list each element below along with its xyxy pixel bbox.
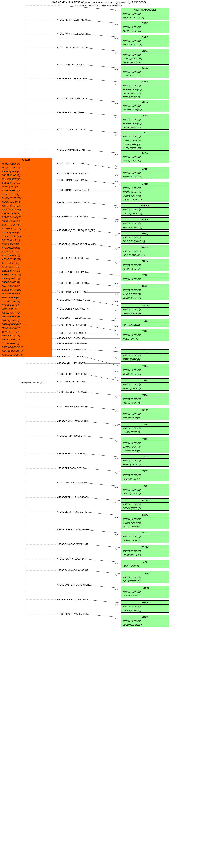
root-field-row: SOBKZ [CHAR (1)] [0,181,51,185]
entity-plaf: PLAFMANDT [CLNT (3)]PLNUM [CHAR (10)] [121,217,169,230]
join-label: ARESB-MATKL = T023-MATKL [57,362,86,365]
entity-t418f: T418FMANDT [CLNT (3)]RFORM [CHAR (2)] [121,498,169,510]
entity-name: EINA [121,66,169,70]
join-label: ARESB-ROMEI = T006-MSEHI [57,348,86,351]
svg-line-3 [84,20,120,23]
entity-name: T441R [121,531,169,535]
entity-field-row: MATKL [CHAR (9)] [121,358,169,361]
entity-name: PREQ [121,231,169,236]
entity-field-row: PLNUM [CHAR (10)] [121,225,169,229]
root-field-row: UMLGO [CHAR (4)] [0,231,51,235]
entity-name: VBUK [121,615,169,619]
root-field-row: DBSKZ [CHAR (22)] [0,288,51,292]
svg-line-79 [84,468,120,471]
svg-line-75 [84,436,120,439]
entity-eket: EKETMANDT [CLNT (3)]EBELN [CHAR (10)]EBE… [121,80,169,99]
root-field-row: SANKA [CHAR (1)] [0,254,51,257]
root-field-row: MEINS [UNIT (3)] [0,185,51,189]
entity-field-row: MANDT [CLNT (3)] [121,441,169,445]
entity-name: TGSB [121,601,169,604]
entity-field-row: SPRAS [LANG (1)] [121,323,169,327]
svg-line-91 [85,559,120,562]
entity-field-row: LGTYP [CHAR (3)] [121,449,169,453]
entity-name: T301 [121,437,169,441]
entity-t000: T000MANDT [CLNT (3)] [121,273,169,281]
entity-field-row: WERKS [CHAR (4)] [121,194,169,198]
entity-field-row: MANDT [CLNT (3)] [121,459,169,463]
entity-tgsb: TGSBMANDT [CLNT (3)]GSBER [CHAR (4)] [121,600,169,613]
entity-name: T418F [121,499,169,503]
cardinality-label: 0..N [115,410,118,412]
entity-name: T437V [121,513,169,517]
root-field-row: EBELN [CHAR (10)] [0,273,51,277]
root-field-row: WAERS [CUKY (5)] [0,189,51,192]
cardinality-label: 0..N [115,589,118,591]
entity-name: SNUM [121,259,169,264]
root-field-row: FUNCT [CHAR (3)] [0,334,51,338]
root-field-row: ROKME [UNIT (3)] [0,303,51,307]
cardinality-label: 0..N [115,24,118,26]
root-field-row: MATKL [CHAR (9)] [0,326,51,330]
entity-ekko: EKKOMANDT [CLNT (3)]EBELN [CHAR (10)] [121,100,169,112]
entity-field-row: EKGRP [CHAR (3)] [121,372,169,376]
entity-snum: SNUMMANDT [CLNT (3)]SERNR [CHAR (8)] [121,259,169,271]
svg-line-59 [84,350,120,352]
cardinality-label: 0..N [115,262,118,264]
svg-line-11 [84,79,120,82]
join-label: ARESB-WAERS = TCURC-WAERS [57,584,90,586]
join-label: ARESB-ZUMEI = T006-MSEHI [57,355,86,358]
join-label: ARESB-LGORT = T001L-LGORT [57,282,88,284]
entity-tck08: TCK08MANDT [CLNT (3)]SELKZ [CHAR (1)] [121,571,169,584]
entity-field-row: LGPLA [CHAR (10)] [121,146,169,150]
entity-field-row: MANDT [CLNT (3)] [121,353,169,358]
entity-isdfps: /ISDFPS/ADVCODE1MANDT [CLNT (3)]ADVCODE … [121,8,169,20]
entity-name: EBAN [121,49,169,53]
entity-name: T023 [121,350,169,353]
entity-field-row: EBELN [CHAR (10)] [121,88,169,92]
cardinality-label: 1: [115,364,116,366]
cardinality-label: 0..N [115,102,118,104]
root-field-row: MATNR [CHAR (18)] [0,166,51,169]
svg-line-5 [84,34,120,37]
cardinality-label: 0..N [115,377,118,379]
entity-field-row: MANDT [CLNT (3)] [121,12,169,16]
join-label: ARESB-EBELP = EKPO-EBELP [57,112,87,114]
cardinality-label: 0..N [115,318,118,320]
cardinality-label: 0..N [115,396,118,398]
cardinality-label: 0..N [115,68,118,70]
join-label: ARESB-VERTI = T437V-VERTL [57,511,86,513]
join-label: ARESB-CHARG = MCHA-CHARG [57,189,89,191]
cardinality-label: 0..N [115,440,118,442]
entity-field-row: MANDT [CLNT (3)] [121,25,169,29]
entity-name: T156 [121,393,169,397]
svg-line-87 [85,530,120,533]
entity-ekpo: EKPOMANDT [CLNT (3)]EBELN [CHAR (10)]EBE… [121,114,169,130]
entity-field-row: MANDT [CLNT (3)] [121,590,169,594]
root-field-row: LGPLA [CHAR (10)] [0,322,51,326]
cardinality-label: 0..N [115,134,118,136]
join-label: ARESB-MATNR = MARA-MATNR [57,173,88,175]
join-label: ARESB-RFORM = T418F-RFORM [57,496,89,499]
entity-field-row: MANDT [CLNT (3)] [121,236,169,239]
join-label: ARESB-BEIKZ = T417-BEIKZ [57,467,85,469]
root-field-row: PLNUM [CHAR (10)] [0,196,51,200]
entity-field-row: MANDT [CLNT (3)] [121,84,169,88]
root-entity-table: ARESB MANDT [CLNT (3)]MATNR [CHAR (18)]W… [0,158,52,357]
join-label: ARESB-MEINS = T006-MSEHI [57,332,86,334]
entity-field-row: FUNCT [CHAR (3)] [121,553,169,557]
join-label: ARESB-ROKME = T006-MSEHI [57,342,87,345]
entity-field-row: MANDT [CLNT (3)] [121,427,169,430]
svg-line-13 [84,99,120,102]
root-field-row: LGNUM [CHAR (3)] [0,315,51,318]
root-field-row: WERKS [CHAR (4)] [0,169,51,174]
entity-field-row: MANDT [CLNT (3)] [121,53,169,57]
root-field-row: ERSKZ [CHAR (1)] [0,269,51,273]
entity-field-row: WAERS [CUKY (5)] [121,594,169,598]
page-title: SAP ABAP table ARESB {Change document st… [0,1,198,4]
root-field-row: LGNUM [CHAR (3)] [0,292,51,296]
entity-field-row: ERSKZ [CHAR (1)] [121,463,169,466]
root-field-row: EBELP [NUMC (5)] [0,277,51,280]
entity-lagp: LAGPMANDT [CLNT (3)]LGNUM [CHAR (3)]LGTY… [121,130,169,151]
cardinality-label: 0..N [115,181,118,183]
entity-t417: T417MANDT [CLNT (3)]BEIKZ [CHAR (1)] [121,469,169,482]
